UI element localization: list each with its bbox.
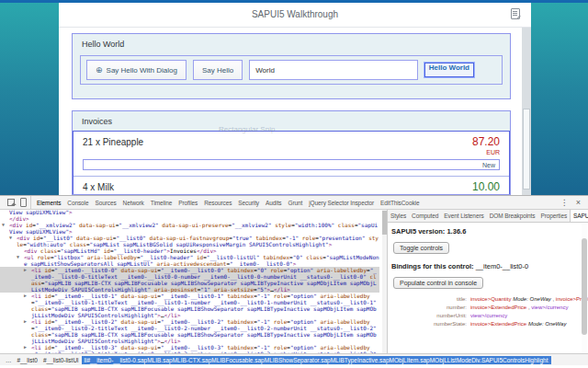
devtools-tab-profiles[interactable]: Profiles: [178, 200, 198, 206]
say-hello-with-dialog-button[interactable]: ⊕ Say Hello With Dialog: [86, 60, 187, 80]
invoice-item-number: 10.00: [472, 182, 500, 192]
devtools-tab-security[interactable]: Security: [238, 200, 259, 206]
bindings-control-id: __item0-__list0-0: [476, 262, 529, 270]
globe-icon: ⊕: [96, 66, 103, 75]
sidebar-tab-event-listeners[interactable]: Event Listeners: [441, 210, 486, 222]
devtools-tab-resources[interactable]: Resources: [204, 200, 232, 206]
breadcrumb-item[interactable]: …: [3, 357, 15, 363]
binding-value: invoice>ExtendedPrice Mode: OneWay: [470, 320, 566, 328]
sidebar-scrollbar-thumb[interactable]: [582, 238, 587, 335]
hello-world-button[interactable]: Hello World: [424, 63, 474, 77]
invoice-list-item[interactable]: 4 x Milk10.00: [74, 176, 509, 195]
devtools-tab-sources[interactable]: Sources: [95, 200, 116, 206]
tree-node[interactable]: ▼<div id="__xmlview2" data-sap-ui="__xml…: [0, 222, 379, 235]
chevron-down-icon[interactable]: ▼: [2, 222, 5, 228]
binding-value-part: view>/currency: [531, 305, 568, 310]
elements-tree: ▼<div id="__xmlview1" data-sap-ui="__xml…: [0, 210, 387, 353]
binding-key: numberState:: [391, 320, 470, 328]
chevron-right-icon[interactable]: ▶: [24, 293, 27, 299]
invoice-item-title: 4 x Milk: [83, 182, 114, 192]
sapui5-version-value: 1.36.6: [447, 227, 466, 236]
page-title: SAPUI5 Walkthrough: [59, 9, 531, 19]
breadcrumb: …#__list0#__list0-listUlli#__item0-__lis…: [0, 353, 588, 365]
tree-node[interactable]: </div>: [0, 215, 379, 222]
tree-node-markup: <div id="__list0" data-sap-ui="__list0" …: [17, 235, 379, 247]
sidebar-tab-computed[interactable]: Computed: [409, 210, 441, 222]
devtools-tab-timeline[interactable]: Timeline: [151, 200, 173, 206]
chevron-down-icon[interactable]: ▼: [17, 254, 19, 260]
breadcrumb-item[interactable]: #__list0-listUl: [40, 357, 82, 363]
invoice-item-number: 87.20: [472, 137, 500, 147]
screen: SAPUI5 Walkthrough Hello World ⊕ Say Hel…: [0, 0, 588, 368]
tree-node[interactable]: ▶<li id="__item0-__list0-2" data-sap-ui=…: [0, 318, 379, 344]
device-toolbar-icon[interactable]: [20, 198, 27, 207]
chevron-right-icon[interactable]: ▶: [24, 318, 27, 325]
close-icon[interactable]: ×: [576, 198, 581, 207]
snip-watermark: Rectangular Snip: [219, 125, 275, 133]
app-scrollbar-thumb[interactable]: [523, 109, 530, 190]
sidebar-content: SAPUI5 version: 1.36.6 Toggle controls B…: [388, 223, 588, 328]
hello-panel: Hello World ⊕ Say Hello With Dialog Say …: [72, 33, 511, 99]
chevron-down-icon[interactable]: ▼: [9, 235, 12, 241]
chevron-right-icon[interactable]: ▶: [24, 344, 27, 351]
devtools-tab-audits[interactable]: Audits: [266, 200, 281, 206]
binding-key: number:: [391, 304, 470, 312]
say-hello-with-dialog-label: Say Hello With Dialog: [107, 66, 177, 75]
tree-node[interactable]: ▶<li id="__item0-__list0-3" data-sap-ui=…: [0, 344, 379, 353]
devtools-sidebar: StylesComputedEvent ListenersDOM Breakpo…: [387, 210, 588, 353]
invoice-list: 21 x Pineapple87.20EURNew4 x Milk10.00: [73, 131, 510, 195]
toggle-controls-button[interactable]: Toggle controls: [393, 242, 449, 254]
tree-node[interactable]: ▼<div id="__list0" data-sap-ui="__list0"…: [0, 235, 379, 247]
inspect-element-icon[interactable]: [7, 199, 15, 206]
binding-key: numberUnit:: [391, 312, 470, 320]
breadcrumb-item-selected[interactable]: li#__item0-__list0-0.sapMLIB.sapMLIB-CTX…: [82, 356, 551, 364]
devtools-toolbar: ElementsConsoleSourcesNetworkTimelinePro…: [0, 196, 588, 210]
binding-value-part: invoice>ExtendedPrice: [470, 305, 526, 310]
populate-console-button[interactable]: Populate control in console: [393, 277, 483, 289]
binding-value-part: invoice>ExtendedPrice: [470, 321, 526, 327]
tree-node-markup: <ul role="listbox" aria-labelledby="__li…: [24, 254, 379, 267]
bindings-table: title:invoice>Quantity Mode: OneWay , in…: [391, 295, 581, 328]
sidebar-scrollbar[interactable]: [582, 224, 587, 353]
sidebar-tab-sapui5-control-bindings[interactable]: SAPUI5 Control Bindings: [570, 210, 588, 222]
page-background: SAPUI5 Walkthrough Hello World ⊕ Say Hel…: [0, 3, 588, 195]
chevron-right-icon[interactable]: ▶: [24, 267, 27, 273]
app-header: SAPUI5 Walkthrough: [59, 3, 531, 28]
devtools-tab-elements[interactable]: Elements: [37, 200, 61, 206]
tree-node[interactable]: ▶<li id="__item0-__list0-1" data-sap-ui=…: [0, 293, 379, 318]
invoice-item-attributes-box: New: [83, 159, 500, 170]
invoice-item-title: 21 x Pineapple: [83, 137, 143, 147]
tree-node-markup: <li id="__item0-__list0-1" data-sap-ui="…: [31, 293, 377, 318]
tree-node-markup: <li id="__item0-__list0-3" data-sap-ui="…: [31, 344, 377, 353]
invoice-list-item[interactable]: 21 x Pineapple87.20EURNew: [74, 132, 509, 176]
binding-row: title:invoice>Quantity Mode: OneWay , in…: [391, 295, 581, 304]
say-hello-button[interactable]: Say Hello: [193, 60, 243, 80]
invoice-item-status: New: [482, 162, 495, 168]
binding-value: view>/currency: [470, 312, 507, 320]
app-window: SAPUI5 Walkthrough Hello World ⊕ Say Hel…: [59, 3, 531, 195]
binding-value-part: Mode: OneWay: [512, 296, 551, 302]
form-icon[interactable]: [511, 8, 520, 19]
sidebar-tab-styles[interactable]: Styles: [388, 210, 409, 222]
devtools-tab-grunt[interactable]: Grunt: [288, 200, 302, 206]
tree-node-markup: <li id="__item0-__list0-0" data-sap-ui="…: [31, 267, 377, 293]
sapui5-version-line: SAPUI5 version: 1.36.6: [391, 227, 581, 236]
devtools-tab-jquery-selector-inspector[interactable]: jQuery Selector Inspector: [309, 200, 374, 206]
devtools-tab-editthiscookie[interactable]: EditThisCookie: [380, 200, 419, 206]
name-input[interactable]: [249, 60, 418, 80]
devtools-tab-network[interactable]: Network: [123, 200, 144, 206]
menu-dots-icon[interactable]: ⋮: [560, 198, 569, 207]
binding-row: numberState:invoice>ExtendedPrice Mode: …: [391, 320, 581, 328]
bindings-label-line: Bindings for this control: __item0-__lis…: [391, 262, 581, 270]
invoice-item-unit: EUR: [83, 149, 500, 155]
devtools-tab-console[interactable]: Console: [67, 200, 88, 206]
tree-node[interactable]: ▼<ul role="listbox" aria-labelledby="__l…: [0, 254, 379, 267]
invoices-panel-title: Invoices: [73, 111, 510, 128]
sidebar-tab-dom-breakpoints[interactable]: DOM Breakpoints: [487, 210, 538, 222]
tree-node[interactable]: ▶<li id="__item0-__list0-0" data-sap-ui=…: [0, 267, 379, 293]
tree-node[interactable]: <div class="sapMListHd" id="__list0-head…: [0, 247, 379, 254]
breadcrumb-item[interactable]: #__list0: [15, 357, 40, 363]
app-scrollbar[interactable]: [522, 28, 531, 195]
sidebar-tab-properties[interactable]: Properties: [537, 210, 570, 222]
devtools-main: ▼<div id="__xmlview1" data-sap-ui="__xml…: [0, 210, 588, 353]
